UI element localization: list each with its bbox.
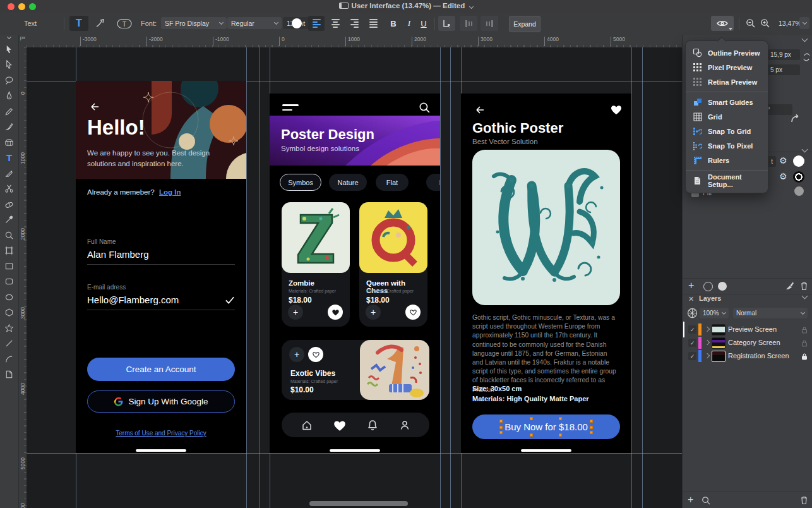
lasso-tool[interactable] — [4, 75, 15, 86]
knife-tool[interactable] — [4, 168, 15, 179]
page-tool[interactable] — [4, 369, 15, 380]
selection-handle[interactable] — [590, 426, 593, 429]
heart-filled-icon[interactable] — [610, 104, 623, 115]
layer-color-tag[interactable] — [698, 337, 702, 349]
artboard-registration-screen[interactable]: Hello! We are happy to see you. Best des… — [76, 81, 246, 453]
selected-text-object[interactable]: Buy Now for $18.00 — [505, 421, 588, 432]
pencil-tool[interactable] — [4, 106, 15, 117]
chip-flat[interactable]: Flat — [376, 174, 409, 191]
login-link[interactable]: Log In — [159, 188, 181, 196]
horizontal-ruler[interactable]: -3000 -2000 -1000 0 1000 2000 3000 4000 … — [27, 35, 682, 48]
home-icon[interactable] — [301, 419, 313, 432]
expand-button[interactable]: Expand — [509, 16, 540, 32]
zoom-preset-dropdown[interactable] — [799, 17, 809, 29]
guide-vertical[interactable] — [440, 47, 441, 508]
star-tool[interactable] — [4, 323, 15, 334]
chip-partial[interactable]: F — [426, 174, 440, 191]
lock-icon[interactable] — [801, 326, 808, 334]
menu-item-rulers[interactable]: Rulers — [686, 153, 768, 167]
arc-tool[interactable] — [4, 354, 15, 365]
transform-width-field[interactable]: 15,9 px — [767, 49, 800, 60]
add-to-cart-button[interactable]: + — [288, 305, 303, 320]
canvas[interactable]: Hello! We are happy to see you. Best des… — [27, 47, 682, 508]
search-icon[interactable] — [419, 102, 431, 114]
opacity-wheel-icon[interactable] — [687, 308, 698, 318]
favorite-button[interactable] — [308, 347, 323, 362]
title-chevron-icon[interactable] — [469, 4, 474, 9]
add-swatch-button[interactable]: + — [688, 280, 694, 291]
brush-icon[interactable] — [785, 281, 794, 291]
selection-handle[interactable] — [499, 431, 503, 434]
artboard-preview-screen[interactable]: Gothic Poster Best Vector Solution — [461, 94, 631, 453]
search-layers-icon[interactable] — [702, 496, 711, 505]
product-card-queen[interactable]: Queen with Chess Materials: Crafted pape… — [359, 202, 427, 327]
back-arrow-icon[interactable] — [90, 102, 100, 112]
align-center-button[interactable] — [327, 16, 343, 31]
delete-layer-icon[interactable] — [800, 495, 808, 505]
guide-horizontal[interactable] — [27, 453, 682, 454]
guide-vertical[interactable] — [642, 47, 643, 508]
chip-nature[interactable]: Nature — [329, 174, 367, 191]
favorite-button[interactable] — [405, 305, 421, 320]
layer-thumbnail[interactable] — [712, 324, 725, 336]
selection-handle[interactable] — [559, 417, 562, 420]
artboard-category-screen[interactable]: Poster Design Symbol design solutions Sy… — [270, 94, 440, 453]
zoom-tool[interactable] — [4, 230, 15, 241]
layer-thumbnail[interactable] — [712, 337, 725, 349]
scissors-tool[interactable] — [4, 183, 15, 194]
underline-button[interactable]: U — [417, 16, 431, 31]
layer-expand-chevron-icon[interactable] — [705, 327, 710, 332]
filled-circle-swatch-icon[interactable] — [718, 282, 727, 291]
italic-button[interactable]: I — [402, 16, 416, 31]
selection-handle[interactable] — [499, 426, 503, 429]
move-tool[interactable] — [4, 44, 15, 55]
lock-icon[interactable] — [801, 339, 808, 347]
menu-item-grid[interactable]: Grid — [686, 109, 768, 124]
bell-icon[interactable] — [366, 419, 379, 432]
font-style-dropdown[interactable]: Regular — [227, 17, 282, 29]
pen-tool[interactable] — [4, 90, 15, 101]
align-left-button[interactable] — [308, 16, 325, 31]
layer-visibility-checkbox[interactable]: ✓ — [688, 352, 696, 360]
transform-height-field[interactable]: 5 px — [767, 64, 800, 75]
rounded-rectangle-tool[interactable] — [4, 276, 15, 287]
layer-color-tag[interactable] — [698, 324, 702, 336]
selection-handle[interactable] — [590, 420, 593, 423]
menu-item-outline-preview[interactable]: Outline Preview — [686, 45, 768, 60]
align-right-button[interactable] — [346, 16, 362, 31]
heart-icon[interactable] — [333, 419, 347, 432]
layer-expand-chevron-icon[interactable] — [705, 340, 710, 345]
text-tool-button[interactable]: T — [69, 16, 88, 31]
terms-link[interactable]: Terms of Use and Privacy Policy — [116, 430, 206, 437]
google-signup-button[interactable]: Sign Up With Google — [87, 390, 235, 413]
bold-button[interactable]: B — [386, 16, 400, 31]
zoom-in-button[interactable] — [758, 16, 773, 31]
favorite-button[interactable] — [328, 305, 343, 320]
gear-icon[interactable]: ⚙ — [779, 155, 787, 166]
add-to-cart-button[interactable]: + — [289, 347, 304, 362]
menu-item-snap-to-grid[interactable]: Snap To Grid — [686, 124, 768, 138]
layer-row-preview-screen[interactable]: ✓ Preview Screen — [683, 323, 812, 336]
layer-visibility-checkbox[interactable]: ✓ — [688, 325, 696, 334]
blend-mode-dropdown[interactable]: Normal — [733, 308, 808, 318]
selection-handle[interactable] — [530, 417, 533, 420]
layer-name[interactable]: Preview Screen — [728, 325, 777, 333]
eraser-tool[interactable] — [4, 199, 15, 210]
outline-circle-swatch-icon[interactable] — [703, 282, 713, 291]
chip-symbos[interactable]: Symbos — [280, 174, 321, 191]
back-arrow-icon[interactable] — [475, 105, 485, 115]
product-card-zombie[interactable]: Zombie Materials: Crafted paper $18.00 + — [282, 202, 350, 327]
profile-icon[interactable] — [398, 419, 411, 432]
email-input[interactable]: Hello@Flamberg.com — [87, 294, 179, 305]
guide-vertical[interactable] — [259, 47, 260, 508]
opacity-dropdown[interactable]: 100% — [700, 308, 729, 318]
artistic-text-tool-button[interactable] — [91, 16, 110, 31]
mesh-fill-tool[interactable] — [4, 137, 15, 148]
layer-name[interactable]: Category Screen — [728, 339, 780, 346]
frame-tool[interactable] — [4, 245, 15, 256]
buy-now-button[interactable]: Buy Now for $18.00 — [472, 414, 620, 439]
text-tool-selected[interactable]: T — [4, 152, 15, 163]
font-family-dropdown[interactable]: SF Pro Display — [161, 17, 227, 29]
menu-item-pixel-preview[interactable]: Pixel Preview — [686, 60, 768, 75]
ellipse-tool[interactable] — [4, 292, 15, 303]
